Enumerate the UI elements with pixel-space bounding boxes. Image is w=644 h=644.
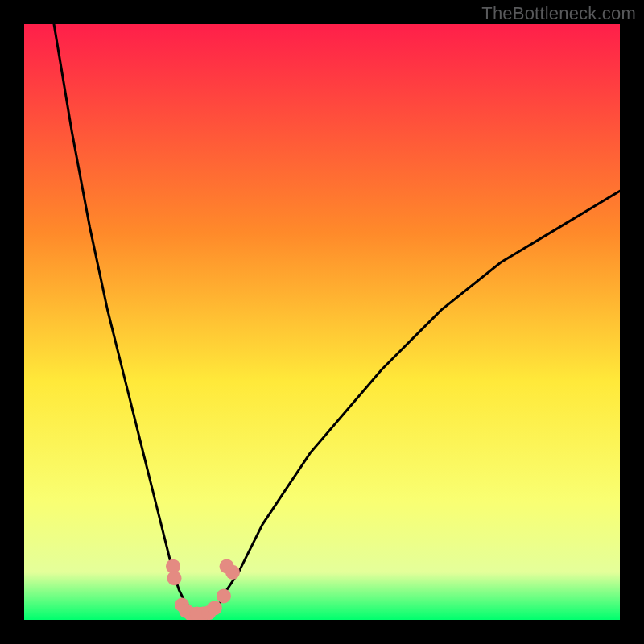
plot-svg	[24, 24, 620, 620]
data-marker	[217, 588, 231, 603]
data-marker	[225, 565, 240, 580]
plot-area	[24, 24, 620, 620]
data-marker	[208, 601, 222, 615]
watermark-text: TheBottleneck.com	[481, 3, 636, 24]
chart-frame: TheBottleneck.com	[0, 0, 644, 644]
gradient-background	[24, 24, 620, 620]
data-marker	[167, 571, 182, 585]
